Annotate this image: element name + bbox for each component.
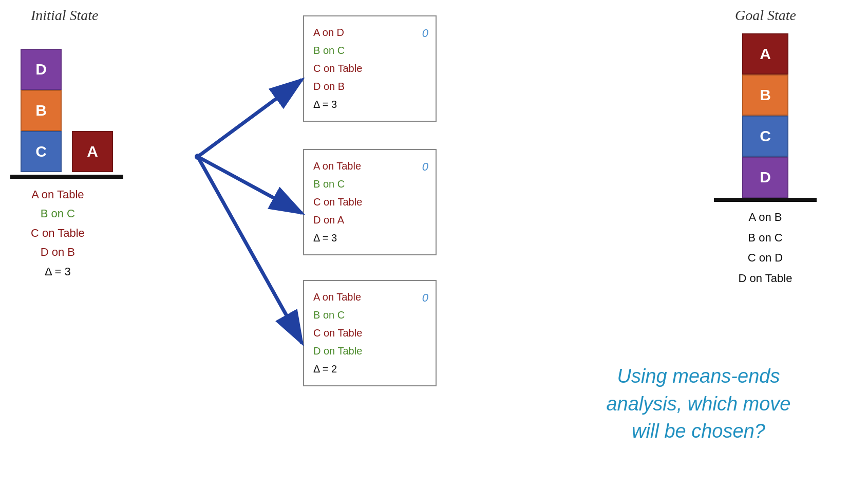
initial-state-text: A on Table B on C C on Table D on B Δ = … [31,185,85,281]
goal-block-D: D [742,157,788,198]
init-cond-4: D on B [31,242,85,261]
block-D-init: D [21,49,62,90]
box2-o: 0 [422,157,428,177]
box2-cond-1: A on Table [313,157,426,175]
block-C-init: C [21,131,62,172]
arrow-to-box2 [198,157,302,213]
box3-cond-2: B on C [313,306,426,324]
goal-cond-2: B on C [739,228,792,248]
box1-cond-2: B on C [313,42,426,60]
box1-o: 0 [422,24,428,44]
box3-delta: Δ = 2 [313,360,426,378]
arrow-to-box1 [198,80,302,157]
init-cond-1: A on Table [31,185,85,204]
goal-cond-1: A on B [739,207,792,228]
goal-blocks: A B C D A on B B on C C on D D on Table [714,33,817,288]
goal-state-text: A on B B on C C on D D on Table [739,207,792,288]
goal-block-A: A [742,33,788,74]
box1-cond-4: D on B [313,78,426,96]
arrow-to-box3 [198,157,302,343]
initial-state-label: Initial State [31,7,98,24]
init-cond-2: B on C [31,204,85,223]
init-cond-3: C on Table [31,223,85,242]
block-A-init: A [72,131,113,172]
init-delta: Δ = 3 [31,262,85,281]
box2-cond-2: B on C [313,175,426,193]
goal-state-label: Goal State [735,7,796,24]
arrow-origin [195,154,201,160]
goal-cond-4: D on Table [739,268,792,289]
question-text: Using means-endsanalysis, which movewill… [570,363,827,445]
box3-o: 0 [422,288,428,308]
initial-blocks: D B C A [21,49,113,172]
state-box-1: 0 A on D B on C C on Table D on B Δ = 3 [303,15,437,122]
box1-cond-1: A on D [313,24,426,42]
box2-cond-4: D on A [313,211,426,229]
box1-delta: Δ = 3 [313,96,426,114]
state-box-3: 0 A on Table B on C C on Table D on Tabl… [303,280,437,386]
box1-cond-3: C on Table [313,60,426,78]
goal-cond-3: C on D [739,248,792,268]
box3-cond-3: C on Table [313,324,426,342]
block-B-init: B [21,90,62,131]
initial-stack: D B C [21,49,62,172]
box3-cond-1: A on Table [313,288,426,306]
box3-cond-4: D on Table [313,342,426,360]
box2-delta: Δ = 3 [313,229,426,247]
goal-block-C: C [742,116,788,157]
goal-table-line [714,198,817,202]
box2-cond-3: C on Table [313,193,426,211]
initial-table-line [10,175,123,179]
state-box-2: 0 A on Table B on C C on Table D on A Δ … [303,149,437,255]
initial-single-stack: A [72,131,113,172]
goal-block-B: B [742,74,788,116]
